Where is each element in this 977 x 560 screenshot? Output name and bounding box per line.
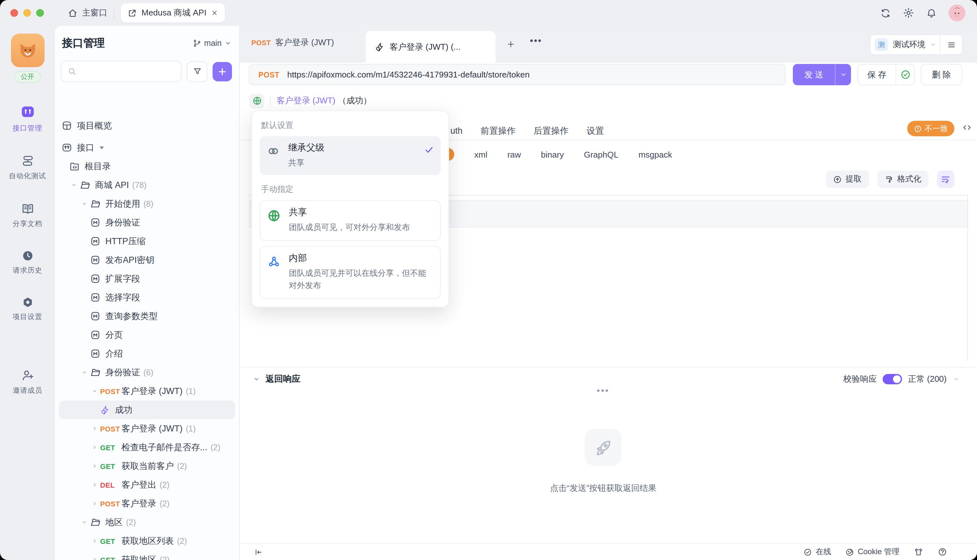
caret-down-icon[interactable] xyxy=(99,145,105,150)
request-workspace: POST https://apifoxmock.com/m1/4532246-4… xyxy=(240,63,977,560)
rail-item-settings[interactable]: 项目设置 xyxy=(13,296,42,322)
tree-api-检查电子邮件是否存...[interactable]: GET检查电子邮件是否存...(2) xyxy=(55,438,239,457)
chevron-right-icon[interactable] xyxy=(90,481,99,488)
tree-item-扩展字段[interactable]: 扩展字段 xyxy=(55,269,239,288)
close-window-button[interactable] xyxy=(10,9,18,17)
tree-api-客户登录 (JWT)[interactable]: POST客户登录 (JWT)(1) xyxy=(55,419,239,438)
send-options-chevron-icon[interactable] xyxy=(835,70,851,79)
chevron-right-icon[interactable] xyxy=(90,537,99,545)
tree-item-分页[interactable]: 分页 xyxy=(55,325,239,344)
project-window-tab[interactable]: Medusa 商城 API xyxy=(121,3,225,23)
tree-item-身份验证[interactable]: 身份验证 xyxy=(55,213,239,232)
tab-overflow-button[interactable]: ••• xyxy=(530,35,542,46)
tree-folder-商城 API[interactable]: 商城 API(78) xyxy=(55,176,239,194)
environment-menu-icon[interactable] xyxy=(940,40,962,49)
body-type-GraphQL[interactable]: GraphQL xyxy=(584,150,619,159)
auto-wrap-button[interactable] xyxy=(937,170,954,188)
tab-customer-login-case[interactable]: 客户登录 (JWT) (... xyxy=(366,31,495,63)
chevron-down-icon[interactable] xyxy=(90,388,99,395)
tab-customer-login[interactable]: POST 客户登录 (JWT) xyxy=(251,37,334,48)
delete-button[interactable]: 删 除 xyxy=(921,64,962,85)
cookie-manager-button[interactable]: Cookie 管理 xyxy=(845,547,899,557)
rail-item-history[interactable]: 请求历史 xyxy=(13,249,42,275)
chevron-right-icon[interactable] xyxy=(90,425,99,432)
theme-tshirt-icon[interactable] xyxy=(914,547,924,557)
tree-label: 根目录 xyxy=(85,160,111,172)
chevron-right-icon[interactable] xyxy=(90,462,99,470)
add-api-button[interactable] xyxy=(213,62,232,81)
home-window-tab[interactable]: 主窗口 xyxy=(67,7,107,19)
chevron-down-icon[interactable] xyxy=(69,182,78,188)
send-button[interactable]: 发 送 xyxy=(793,64,851,85)
tree-item-项目概览[interactable]: 项目概览 xyxy=(55,116,239,135)
chevron-down-icon[interactable] xyxy=(80,200,88,207)
rail-item-docs[interactable]: 分享文档 xyxy=(13,202,42,228)
tree-case-成功[interactable]: 成功 xyxy=(59,400,235,419)
visibility-globe-icon[interactable] xyxy=(249,93,264,108)
zoom-window-button[interactable] xyxy=(36,9,44,17)
inconsistent-badge[interactable]: 不一致 xyxy=(907,121,954,136)
collapse-sidebar-icon[interactable] xyxy=(254,547,263,557)
response-status-selector[interactable]: 正常 (200) xyxy=(908,373,947,385)
new-tab-button[interactable] xyxy=(506,39,516,49)
request-url-input[interactable]: POST https://apifoxmock.com/m1/4532246-4… xyxy=(249,64,786,85)
branch-selector[interactable]: main xyxy=(193,39,232,48)
tree-folder-身份验证[interactable]: 身份验证(6) xyxy=(55,363,239,382)
environment-selector[interactable]: 测 测试环境 xyxy=(870,34,963,55)
tree-folder-开始使用[interactable]: 开始使用(8) xyxy=(55,194,239,213)
online-status[interactable]: 在线 xyxy=(804,547,831,557)
option-shared[interactable]: 共享 团队成员可见，可对外分享和发布 xyxy=(260,200,441,241)
tree-item-发布API密钥[interactable]: 发布API密钥 xyxy=(55,251,239,269)
filter-button[interactable] xyxy=(187,61,207,82)
chevron-right-icon[interactable] xyxy=(90,500,99,507)
tree-api-获取当前客户[interactable]: GET获取当前客户(2) xyxy=(55,457,239,475)
breadcrumb-api-name[interactable]: 客户登录 (JWT) xyxy=(277,95,335,107)
body-type-raw[interactable]: raw xyxy=(507,150,521,159)
body-type-msgpack[interactable]: msgpack xyxy=(639,150,672,159)
project-logo[interactable] xyxy=(11,33,44,67)
request-subtab-后置操作[interactable]: 后置操作 xyxy=(534,125,569,137)
settings-gear-icon[interactable] xyxy=(903,7,914,19)
rail-item-autotest[interactable]: 自动化测试 xyxy=(9,154,46,181)
tree-api-获取地区[interactable]: GET获取地区(2) xyxy=(55,550,239,560)
body-type-xml[interactable]: xml xyxy=(474,150,487,159)
minimize-window-button[interactable] xyxy=(23,9,31,17)
tree-item-介绍[interactable]: 介绍 xyxy=(55,344,239,363)
tree-folder-地区[interactable]: 地区(2) xyxy=(55,513,239,532)
code-view-icon[interactable] xyxy=(962,123,972,132)
format-button[interactable]: 格式化 xyxy=(877,170,929,188)
search-input[interactable] xyxy=(61,61,182,82)
chevron-right-icon[interactable] xyxy=(90,444,99,451)
save-button[interactable]: 保 存 xyxy=(857,64,915,85)
tree-item-查询参数类型[interactable]: 查询参数类型 xyxy=(55,307,239,325)
tree-item-根目录[interactable]: 根目录 xyxy=(55,157,239,176)
help-icon[interactable] xyxy=(938,547,947,557)
close-tab-icon[interactable] xyxy=(211,9,219,17)
option-inherit-parent[interactable]: 继承父级 共享 xyxy=(260,136,441,175)
rail-item-api[interactable]: 接口管理 xyxy=(13,103,42,133)
tab-auth-partial[interactable]: uth xyxy=(450,126,463,136)
option-internal[interactable]: 内部 团队成员可见并可以在线分享，但不能对外发布 xyxy=(260,246,441,299)
extract-button[interactable]: 提取 xyxy=(825,170,869,188)
chevron-down-icon[interactable] xyxy=(80,369,88,376)
body-type-binary[interactable]: binary xyxy=(541,150,564,159)
notifications-bell-icon[interactable] xyxy=(926,7,937,18)
tree-api-客户登出[interactable]: DEL客户登出(2) xyxy=(55,475,239,494)
tree-item-接口[interactable]: 接口 xyxy=(55,138,239,157)
request-subtab-设置[interactable]: 设置 xyxy=(587,125,604,137)
tree-item-HTTP压缩[interactable]: HTTP压缩 xyxy=(55,232,239,251)
tree-api-客户登录[interactable]: POST客户登录(2) xyxy=(55,494,239,513)
sync-icon[interactable] xyxy=(880,7,891,18)
tree-api-获取地区列表[interactable]: GET获取地区列表(2) xyxy=(55,532,239,550)
rail-item-invite[interactable]: 邀请成员 xyxy=(13,368,42,395)
user-avatar[interactable] xyxy=(949,5,965,21)
chevron-down-icon[interactable] xyxy=(80,519,88,526)
tree-api-客户登录 (JWT)[interactable]: POST客户登录 (JWT)(1) xyxy=(55,382,239,400)
globe-icon xyxy=(267,209,281,223)
collapse-response-chevron-icon[interactable] xyxy=(253,375,260,383)
tree-item-选择字段[interactable]: 选择字段 xyxy=(55,288,239,307)
validate-response-toggle[interactable] xyxy=(883,374,902,384)
root-folder-icon xyxy=(69,161,80,172)
chevron-right-icon[interactable] xyxy=(90,556,99,560)
request-subtab-前置操作[interactable]: 前置操作 xyxy=(481,125,516,137)
